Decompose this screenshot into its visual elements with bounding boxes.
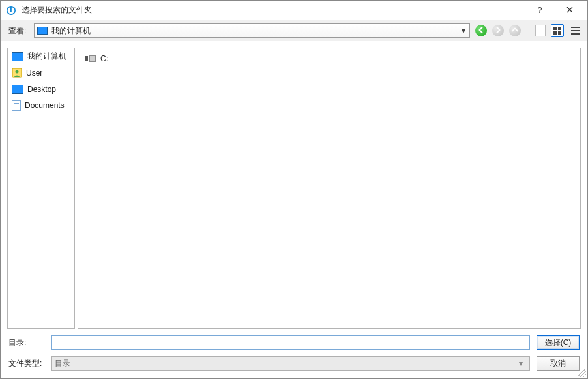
file-list[interactable]: C: xyxy=(78,48,581,329)
cancel-button-label: 取消 xyxy=(550,358,566,369)
sidebar-item-label: Documents xyxy=(25,101,65,110)
icon-view-button[interactable] xyxy=(551,24,564,37)
toolbar: 查看: 我的计算机 ▾ xyxy=(1,20,587,41)
user-icon xyxy=(12,68,22,78)
look-in-label: 查看: xyxy=(8,25,26,36)
sidebar-item-documents[interactable]: Documents xyxy=(8,97,74,113)
directory-row: 目录: 选择(C) xyxy=(8,335,580,350)
window-title: 选择要搜索的文件夹 xyxy=(22,5,92,16)
drive-item[interactable]: C: xyxy=(85,52,574,65)
choose-button-label: 选择(C) xyxy=(545,337,572,348)
drive-icon xyxy=(85,55,96,63)
filetype-row: 文件类型: 目录 ▾ 取消 xyxy=(8,356,580,371)
sidebar-item-label: User xyxy=(26,68,42,77)
places-sidebar: 我的计算机 User Desktop Documents xyxy=(7,48,75,329)
look-in-value: 我的计算机 xyxy=(51,25,459,36)
directory-label: 目录: xyxy=(8,337,45,348)
sidebar-item-label: 我的计算机 xyxy=(27,51,66,62)
close-button[interactable] xyxy=(555,1,585,20)
back-button[interactable] xyxy=(475,25,487,36)
computer-icon xyxy=(37,27,48,35)
list-view-button[interactable] xyxy=(569,24,582,37)
directory-input[interactable] xyxy=(51,335,530,350)
sidebar-item-desktop[interactable]: Desktop xyxy=(8,81,74,97)
grid-icon xyxy=(553,27,561,35)
sidebar-item-computer[interactable]: 我的计算机 xyxy=(8,48,74,64)
list-icon xyxy=(571,26,580,35)
cancel-button[interactable]: 取消 xyxy=(537,356,580,371)
app-icon: T xyxy=(6,5,16,16)
help-button[interactable]: ? xyxy=(525,1,555,20)
arrow-up-icon xyxy=(512,26,518,35)
body: 我的计算机 User Desktop Documents C: xyxy=(1,41,587,335)
chevron-down-icon: ▾ xyxy=(459,24,468,37)
filetype-value: 目录 xyxy=(55,358,70,369)
up-button[interactable] xyxy=(509,25,521,36)
desktop-icon xyxy=(12,85,23,94)
svg-point-3 xyxy=(16,70,19,73)
svg-text:T: T xyxy=(8,5,14,14)
computer-icon xyxy=(12,52,23,61)
bottom-panel: 目录: 选择(C) 文件类型: 目录 ▾ 取消 xyxy=(1,335,587,378)
forward-button[interactable] xyxy=(492,25,504,36)
arrow-right-icon xyxy=(495,26,501,35)
sidebar-item-label: Desktop xyxy=(27,85,56,94)
filetype-label: 文件类型: xyxy=(8,358,45,369)
question-icon: ? xyxy=(538,6,542,15)
chevron-down-icon: ▾ xyxy=(515,359,527,368)
drive-label: C: xyxy=(100,54,108,63)
title-bar: T 选择要搜索的文件夹 ? xyxy=(1,1,587,20)
choose-button[interactable]: 选择(C) xyxy=(537,335,580,350)
new-folder-button[interactable] xyxy=(535,25,546,36)
document-icon xyxy=(12,100,21,111)
arrow-left-icon xyxy=(478,26,484,35)
close-icon xyxy=(566,6,573,15)
filetype-combo[interactable]: 目录 ▾ xyxy=(51,356,530,371)
look-in-combo[interactable]: 我的计算机 ▾ xyxy=(34,23,470,38)
sidebar-item-user[interactable]: User xyxy=(8,64,74,81)
resize-grip[interactable] xyxy=(578,369,586,377)
